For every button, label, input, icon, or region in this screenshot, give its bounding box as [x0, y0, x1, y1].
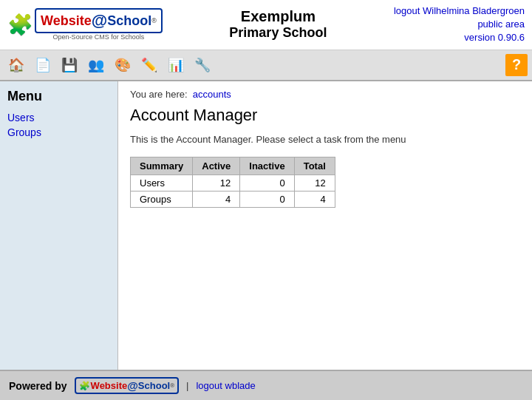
site-title: Exemplum Primary School	[163, 8, 394, 41]
themes-icon[interactable]: 🎨	[111, 53, 134, 77]
col-total: Total	[294, 157, 335, 174]
footer-powered-text: Powered by	[9, 380, 67, 392]
users-icon[interactable]: 👥	[84, 53, 108, 77]
stats-icon[interactable]: 📊	[164, 53, 188, 77]
footer-logout-link[interactable]: logout wblade	[196, 380, 255, 391]
sidebar-item-users[interactable]: Users	[7, 112, 110, 123]
row-users-active: 12	[193, 174, 240, 191]
logo-tagline: Open-Source CMS for Schools	[35, 33, 163, 41]
header-right: logout Wilhelmina Bladergroen public are…	[394, 4, 525, 45]
site-school: Primary School	[163, 25, 394, 41]
logo-box: Website @ School ®	[35, 8, 163, 33]
header: 🧩 Website @ School ® Open-Source CMS for…	[0, 0, 532, 50]
settings-icon[interactable]: 🔧	[191, 53, 214, 77]
toolbar-icons: 🏠 📄 💾 👥 🎨 ✏️ 📊 🔧	[4, 53, 214, 77]
sidebar-item-groups[interactable]: Groups	[7, 126, 110, 138]
breadcrumb: You are here: accounts	[130, 89, 520, 100]
content: You are here: accounts Account Manager T…	[118, 81, 532, 392]
footer: Powered by 🧩 Website @ School ® | logout…	[0, 370, 532, 400]
row-groups-active: 4	[193, 191, 240, 207]
public-area-text: public area	[477, 18, 525, 30]
row-users-label: Users	[131, 174, 193, 191]
col-summary: Summary	[131, 157, 193, 174]
sidebar-title: Menu	[7, 89, 110, 104]
page-icon[interactable]: 📄	[31, 53, 55, 77]
puzzle-red-icon: 🧩	[7, 13, 33, 37]
footer-logo-box: 🧩 Website @ School ®	[75, 377, 180, 394]
summary-table: Summary Active Inactive Total Users 12 0…	[130, 157, 335, 208]
edit-icon[interactable]: ✏️	[137, 53, 161, 77]
sidebar: Menu Users Groups	[0, 81, 118, 392]
footer-puzzle-icon: 🧩	[79, 381, 90, 391]
footer-divider: |	[186, 380, 188, 391]
logo-website-text: Website	[41, 13, 92, 29]
page-title: Account Manager	[130, 106, 520, 125]
site-name: Exemplum	[163, 8, 394, 25]
table-row: Groups 4 0 4	[131, 191, 335, 207]
main-layout: Menu Users Groups You are here: accounts…	[0, 81, 532, 392]
logo-at-text: @	[92, 11, 107, 30]
footer-registered-icon: ®	[170, 382, 174, 389]
footer-logo-school: School	[138, 380, 170, 391]
breadcrumb-prefix: You are here:	[130, 89, 188, 100]
logo-registered-icon: ®	[151, 17, 157, 24]
row-groups-label: Groups	[131, 191, 193, 207]
page-description: This is the Account Manager. Please sele…	[130, 134, 520, 145]
row-users-total: 12	[294, 174, 335, 191]
row-groups-inactive: 0	[240, 191, 294, 207]
breadcrumb-link[interactable]: accounts	[193, 89, 231, 100]
footer-logo-at: @	[127, 379, 138, 392]
row-groups-total: 4	[294, 191, 335, 207]
version-text: version 0.90.6	[464, 32, 525, 43]
save-icon[interactable]: 💾	[58, 53, 81, 77]
col-inactive: Inactive	[240, 157, 294, 174]
logo-area: 🧩 Website @ School ® Open-Source CMS for…	[7, 8, 163, 41]
footer-logo-website: Website	[91, 380, 128, 391]
row-users-inactive: 0	[240, 174, 294, 191]
col-active: Active	[193, 157, 240, 174]
home-icon[interactable]: 🏠	[4, 53, 28, 77]
logout-link[interactable]: logout Wilhelmina Bladergroen	[394, 5, 525, 16]
logo-school-text: School	[107, 13, 151, 29]
help-icon[interactable]: ?	[505, 54, 528, 76]
toolbar: 🏠 📄 💾 👥 🎨 ✏️ 📊 🔧 ?	[0, 50, 532, 81]
table-row: Users 12 0 12	[131, 174, 335, 191]
